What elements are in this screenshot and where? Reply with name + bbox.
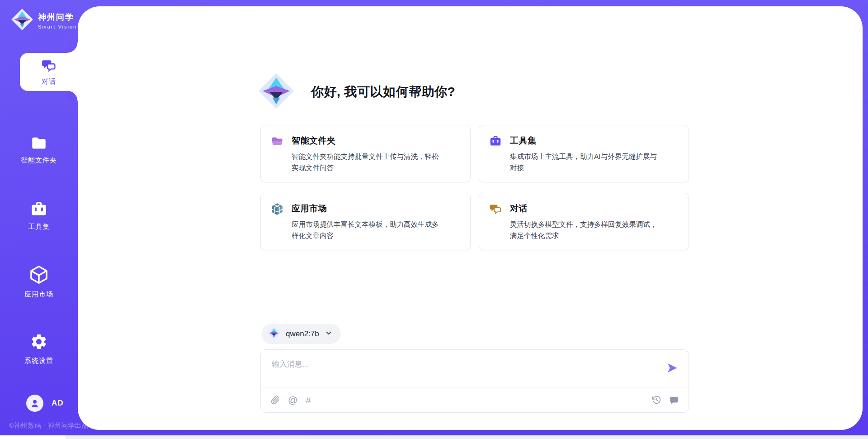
sidebar-item-smart-folder[interactable]: 智能文件夹 [0,135,78,165]
card-toolset[interactable]: 工具集 集成市场上主流工具，助力AI与外界无缝扩展与对接 [479,125,689,182]
card-title: 应用市场 [292,203,443,215]
brand-diamond-icon [11,8,33,33]
paperclip-icon [271,396,280,405]
sidebar-item-app-market[interactable]: 应用市场 [0,265,78,299]
app-name: 神州问学 [38,12,77,23]
greeting-text: 你好, 我可以如何帮助你? [311,83,455,100]
tab-fillet-top [67,42,78,53]
sidebar-item-label: 智能文件夹 [21,156,57,165]
sidebar-item-settings[interactable]: 系统设置 [0,333,78,365]
model-diamond-icon [268,327,280,341]
composer: @ # [260,349,689,413]
chat-icon [41,58,57,75]
card-title: 对话 [510,203,662,215]
horizontal-scrollbar[interactable] [0,435,868,439]
send-button[interactable] [666,362,679,374]
message-input[interactable] [261,350,689,387]
app-logo: 神州问学 Smart Vision [11,8,77,33]
main-panel: 你好, 我可以如何帮助你? 智能文件夹 智能文件夹功能支持批量文件上传与清洗，轻… [78,6,863,430]
folder-open-icon [271,135,283,148]
user-initials: AD [52,399,64,408]
card-smart-folder[interactable]: 智能文件夹 智能文件夹功能支持批量文件上传与清洗，轻松实现文件问答 [260,125,471,182]
greeting-diamond-icon [258,72,295,111]
mention-button[interactable]: @ [288,395,297,405]
sidebar-item-label: 对话 [42,77,56,86]
toolbox-icon [30,200,48,219]
toolbox-icon [489,135,502,148]
chat-icon [489,203,502,215]
app-market-icon [271,203,283,215]
history-button[interactable] [652,395,661,405]
user-menu[interactable]: AD [26,395,64,412]
sidebar-item-label: 系统设置 [24,357,53,365]
send-icon [666,362,679,374]
card-description: 灵活切换多模型文件，支持多样回复效果调试，满足个性化需求 [510,219,662,242]
card-description: 智能文件夹功能支持批量文件上传与清洗，轻松实现文件问答 [292,151,443,174]
sidebar-item-label: 应用市场 [24,290,53,299]
card-description: 集成市场上主流工具，助力AI与外界无缝扩展与对接 [510,151,662,174]
feature-cards: 智能文件夹 智能文件夹功能支持批量文件上传与清洗，轻松实现文件问答 工具集 集成… [260,125,689,250]
folder-icon [30,135,47,152]
sidebar-item-chat[interactable]: 对话 [20,53,78,91]
hashtag-button[interactable]: # [306,395,311,405]
sidebar-item-toolset[interactable]: 工具集 [0,200,78,231]
cube-icon [29,265,48,286]
app-tagline: Smart Vision [38,24,77,29]
chevron-down-icon [325,329,333,339]
gear-icon [30,333,48,353]
card-app-market[interactable]: 应用市场 应用市场提供丰富长文本模板，助力高效生成多样化文章内容 [260,193,471,250]
avatar [26,395,43,412]
attach-button[interactable] [271,396,280,405]
model-name: qwen2:7b [286,329,319,339]
message-icon [670,396,679,405]
scrollbar-track[interactable] [66,435,868,439]
tab-fillet-bottom [67,91,78,101]
greeting-block: 你好, 我可以如何帮助你? [258,72,455,111]
card-chat[interactable]: 对话 灵活切换多模型文件，支持多样回复效果调试，满足个性化需求 [479,193,689,250]
card-title: 工具集 [510,135,662,147]
model-selector[interactable]: qwen2:7b [261,324,341,344]
card-title: 智能文件夹 [292,135,443,147]
composer-toolbar: @ # [261,387,689,412]
sidebar-item-label: 工具集 [28,223,50,231]
card-description: 应用市场提供丰富长文本模板，助力高效生成多样化文章内容 [292,219,443,242]
message-button[interactable] [670,396,679,405]
footer-credit: ©神州数码 · 神州问学出品 [9,421,89,430]
history-icon [652,395,661,405]
